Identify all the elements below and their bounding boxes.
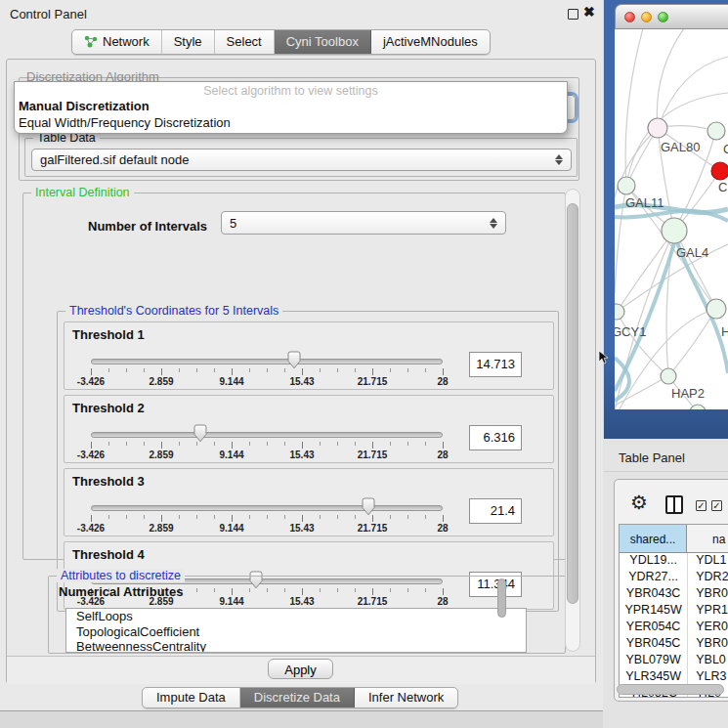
network-node-node-right[interactable] (707, 299, 726, 319)
tab-cyni-toolbox[interactable]: Cyni Toolbox (275, 30, 371, 54)
column-header-name[interactable]: na (687, 525, 728, 552)
cell-name[interactable]: YDR2 (688, 570, 728, 586)
table-row[interactable]: YBR043CYBR0 (620, 586, 728, 603)
network-node-red-node[interactable] (711, 162, 728, 180)
threshold-value-field[interactable]: 21.4 (469, 498, 522, 524)
mouse-cursor-icon (598, 351, 610, 364)
threshold-slider-track[interactable] (91, 359, 443, 364)
cell-name[interactable]: YPR1 (688, 603, 728, 620)
attributes-group: Attributes to discretize Numerical Attri… (48, 576, 566, 654)
network-node-node-top-right[interactable] (707, 122, 725, 140)
checkbox-icon[interactable]: ✓ (711, 500, 722, 511)
columns-icon[interactable] (665, 495, 683, 514)
table-row[interactable]: YDL19...YDL1 (620, 553, 728, 570)
slider-scale-label: 2.859 (149, 450, 173, 460)
close-icon[interactable]: ✖ (583, 4, 595, 20)
cyni-toolbox-panel: Discretization Algorithm Select algorith… (6, 59, 596, 684)
slider-scale-label: 28 (437, 523, 448, 534)
network-node-HAP2[interactable] (661, 368, 676, 384)
zoom-traffic-light-icon[interactable] (658, 12, 668, 22)
cell-shared-name[interactable]: YER054C (620, 620, 688, 636)
minimize-traffic-light-icon[interactable] (641, 12, 652, 22)
threshold-slider-thumb[interactable] (193, 424, 207, 443)
threshold-slider-thumb[interactable] (287, 351, 301, 369)
cell-shared-name[interactable]: YBR043C (620, 586, 688, 603)
attribute-list-item[interactable]: TopologicalCoefficient (66, 624, 526, 640)
table-panel-title: Table Panel (619, 450, 685, 465)
table-row[interactable]: YDR27...YDR2 (620, 570, 728, 586)
cell-name[interactable]: YBR0 (688, 636, 728, 653)
table-data-combobox[interactable]: galFiltered.sif default node (31, 149, 572, 171)
number-of-intervals-combobox[interactable]: 5 (221, 211, 506, 235)
popup-item-manual-discretization[interactable]: Manual Discretization (19, 99, 150, 113)
table-row[interactable]: YER054CYER0 (620, 620, 728, 636)
table-row[interactable]: YBR045CYBR0 (620, 636, 728, 653)
gear-icon[interactable]: ⚙ (630, 492, 648, 512)
cell-shared-name[interactable]: YDR27... (620, 570, 688, 586)
table-panel-titlebar: Table Panel (604, 445, 728, 472)
cell-shared-name[interactable]: YPR145W (620, 603, 688, 620)
slider-scale-label: 9.144 (219, 450, 243, 460)
cell-name[interactable]: YBR0 (688, 586, 728, 603)
table-data-selected-value: galFiltered.sif default node (40, 152, 189, 167)
slider-scale-label: 15.43 (289, 376, 314, 387)
column-header-shared-name[interactable]: shared... (620, 525, 687, 552)
tab-discretize-data[interactable]: Discretize Data (240, 688, 355, 707)
network-node-GAL4[interactable] (662, 218, 687, 243)
tab-select[interactable]: Select (215, 30, 275, 54)
network-edge (615, 376, 668, 406)
network-node-GAL11[interactable] (618, 177, 635, 194)
cell-name[interactable]: YDL1 (688, 553, 728, 570)
popup-hint-item[interactable]: Select algorithm to view settings (15, 84, 567, 98)
table-row[interactable]: YPR145WYPR1 (620, 603, 728, 620)
slider-scale-label: 2.859 (149, 523, 173, 534)
float-window-icon[interactable] (568, 9, 578, 20)
node-label: GCY1 (615, 324, 646, 339)
slider-scale-label: 15.43 (289, 523, 314, 534)
network-edge (657, 29, 684, 128)
table-data-group: Table Data galFiltered.sif default node (24, 138, 578, 177)
table-horizontal-scrollbar-thumb[interactable] (617, 684, 724, 695)
network-node-GAL80[interactable] (648, 118, 667, 138)
numerical-attributes-list[interactable]: SelfLoopsTopologicalCoefficientBetweenne… (65, 608, 527, 653)
panel-vertical-scrollbar[interactable] (565, 189, 580, 652)
cell-name[interactable]: YBL0 (688, 653, 728, 669)
cell-shared-name[interactable]: YBL079W (620, 653, 688, 669)
tab-infer-network[interactable]: Infer Network (355, 688, 457, 707)
attribute-list-item[interactable]: SelfLoops (66, 609, 526, 624)
panel-scrollbar-thumb[interactable] (567, 203, 578, 604)
cell-name[interactable]: YER0 (688, 620, 728, 636)
screenshot-root: Control Panel ✖ Network Style (0, 0, 728, 728)
threshold-label: Threshold 2 (72, 401, 145, 415)
tab-network[interactable]: Network (72, 30, 162, 54)
threshold-slider-track[interactable] (91, 505, 443, 511)
network-node-GCY1[interactable] (615, 304, 624, 320)
tab-style[interactable]: Style (162, 30, 215, 54)
threshold-value-field[interactable]: 6.316 (469, 425, 522, 450)
tab-discretize-data-label: Discretize Data (254, 690, 340, 705)
threshold-label: Threshold 3 (72, 474, 145, 489)
attribute-list-item[interactable]: BetweennessCentrality (66, 639, 526, 653)
threshold-slider-track[interactable] (91, 432, 443, 438)
close-traffic-light-icon[interactable] (624, 12, 635, 22)
threshold-label: Threshold 1 (72, 327, 145, 342)
threshold-value-field[interactable]: 14.713 (469, 352, 522, 377)
slider-scale-label: -3.426 (77, 376, 105, 387)
tab-impute-data[interactable]: Impute Data (143, 688, 240, 707)
network-canvas[interactable]: GAL80GACGAL11GAL4GCY1HHAP2 (615, 29, 728, 409)
cell-shared-name[interactable]: YBR045C (620, 636, 688, 653)
cell-shared-name[interactable]: YDL19... (620, 553, 688, 570)
tab-jactivemnodules[interactable]: jActiveMNodules (371, 30, 490, 54)
network-edge (658, 57, 728, 128)
network-edge (625, 29, 643, 186)
node-label: GAL80 (661, 140, 700, 154)
network-window-titlebar[interactable] (615, 4, 728, 29)
node-label: HAP2 (671, 386, 705, 401)
node-label: GA (723, 142, 728, 156)
checkbox-icon[interactable]: ✓ (696, 500, 707, 511)
table-row[interactable]: YBL079WYBL0 (620, 653, 728, 669)
apply-button[interactable]: Apply (268, 659, 333, 679)
attributes-list-scrollbar-thumb[interactable] (497, 578, 506, 618)
popup-item-equal-width-frequency[interactable]: Equal Width/Frequency Discretization (19, 115, 231, 130)
threshold-slider-thumb[interactable] (362, 497, 375, 516)
